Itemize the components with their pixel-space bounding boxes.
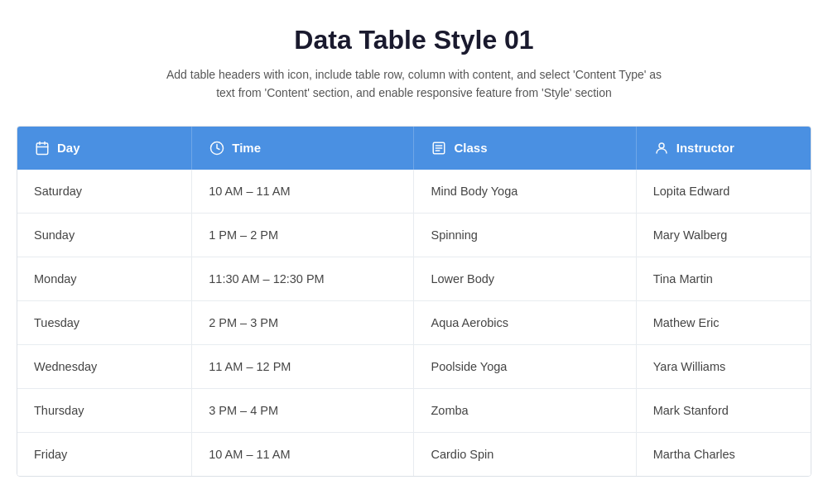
col-header-instructor: Instructor (636, 127, 811, 170)
cell-day: Monday (17, 257, 192, 300)
cell-class: Spinning (414, 213, 636, 257)
cell-time: 10 AM – 11 AM (192, 170, 414, 214)
cell-time: 3 PM – 4 PM (192, 388, 414, 432)
col-header-class: Class (414, 127, 636, 170)
cell-time: 11 AM – 12 PM (192, 344, 414, 388)
table-row: Friday10 AM – 11 AMCardio SpinMartha Cha… (17, 432, 811, 476)
table-row: Thursday3 PM – 4 PMZombaMark Stanford (17, 388, 811, 432)
tag-icon (431, 140, 447, 156)
table-body: Saturday10 AM – 11 AMMind Body YogaLopit… (17, 170, 811, 476)
col-day-label: Day (57, 141, 80, 155)
cell-day: Wednesday (17, 344, 192, 388)
cell-instructor: Yara Williams (636, 344, 811, 388)
cell-class: Zomba (414, 388, 636, 432)
svg-rect-0 (36, 143, 48, 155)
cell-instructor: Mary Walberg (636, 213, 811, 257)
table-row: Tuesday2 PM – 3 PMAqua AerobicsMathew Er… (17, 300, 811, 344)
cell-instructor: Mark Stanford (636, 388, 811, 432)
cell-class: Mind Body Yoga (414, 170, 636, 214)
col-header-time: Time (192, 127, 414, 170)
cell-time: 1 PM – 2 PM (192, 213, 414, 257)
table-row: Wednesday11 AM – 12 PMPoolside YogaYara … (17, 344, 811, 388)
table-row: Monday11:30 AM – 12:30 PMLower BodyTina … (17, 257, 811, 300)
table-row: Sunday1 PM – 2 PMSpinningMary Walberg (17, 213, 811, 257)
cell-class: Aqua Aerobics (414, 300, 636, 344)
col-class-label: Class (454, 141, 487, 155)
table-row: Saturday10 AM – 11 AMMind Body YogaLopit… (17, 170, 811, 214)
cell-instructor: Tina Martin (636, 257, 811, 300)
cell-day: Friday (17, 432, 192, 476)
cell-class: Lower Body (414, 257, 636, 300)
cell-time: 2 PM – 3 PM (192, 300, 414, 344)
cell-day: Saturday (17, 170, 192, 214)
cell-day: Thursday (17, 388, 192, 432)
cell-instructor: Lopita Edward (636, 170, 811, 214)
cell-class: Cardio Spin (414, 432, 636, 476)
person-icon (653, 140, 670, 156)
cell-day: Tuesday (17, 300, 192, 344)
svg-point-9 (659, 143, 664, 148)
col-time-label: Time (232, 141, 261, 155)
col-header-day: Day (17, 127, 192, 170)
clock-icon (209, 140, 225, 156)
calendar-icon (34, 140, 51, 156)
page-subtitle: Add table headers with icon, include tab… (157, 65, 671, 103)
cell-time: 10 AM – 11 AM (192, 432, 414, 476)
cell-day: Sunday (17, 213, 192, 257)
data-table: Day Time (17, 126, 811, 477)
table-header-row: Day Time (17, 127, 811, 170)
col-instructor-label: Instructor (676, 141, 734, 155)
cell-instructor: Martha Charles (636, 432, 811, 476)
cell-time: 11:30 AM – 12:30 PM (192, 257, 414, 300)
cell-class: Poolside Yoga (414, 344, 636, 388)
cell-instructor: Mathew Eric (636, 300, 811, 344)
page-title: Data Table Style 01 (294, 25, 533, 55)
